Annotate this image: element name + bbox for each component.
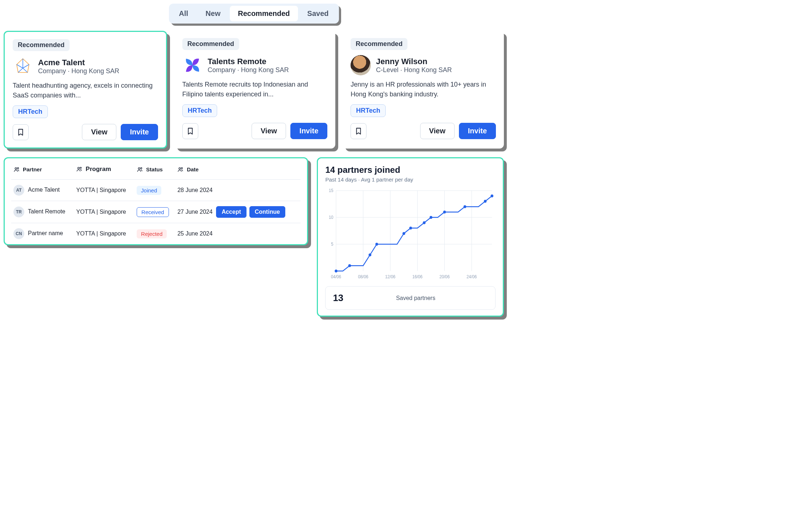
partner-description: Talents Remote recruits top Indonesian a… (182, 80, 328, 99)
svg-text:12/06: 12/06 (385, 274, 395, 279)
svg-point-2 (15, 167, 17, 169)
svg-point-36 (443, 211, 446, 213)
partner-subtitle: C-Level · Hong Kong SAR (376, 66, 452, 74)
people-icon (13, 166, 20, 173)
svg-text:20/06: 20/06 (440, 274, 450, 279)
svg-point-3 (17, 167, 19, 169)
stat-value: 13 (333, 292, 343, 304)
partner-card: Recommended Acme Talent Company · Hong K… (4, 31, 167, 149)
svg-text:08/06: 08/06 (358, 274, 368, 279)
svg-point-33 (409, 227, 412, 230)
svg-text:16/06: 16/06 (413, 274, 423, 279)
category-tag[interactable]: HRTech (13, 105, 48, 118)
tab-new[interactable]: New (198, 6, 228, 21)
partners-chart-card: 14 partners joined Past 14 days · Avg 1 … (317, 157, 504, 317)
partner-name: Talents Remote (208, 57, 289, 66)
view-button[interactable]: View (82, 124, 116, 140)
company-logo (13, 56, 33, 76)
svg-point-9 (181, 167, 183, 169)
table-row[interactable]: CNPartner nameYOTTA | SingaporeRejected2… (11, 223, 301, 245)
status-badge: Recommended (182, 38, 239, 50)
avatar (351, 55, 371, 75)
partner-card: Recommended Jenny Wilson C-Level · Hong … (343, 31, 504, 149)
svg-point-8 (179, 167, 181, 169)
table-row[interactable]: ATAcme TalentYOTTA | SingaporeJoined28 J… (11, 180, 301, 201)
date-cell: 25 June 2024 (177, 230, 212, 237)
line-chart: 5101504/0608/0612/0616/0620/0624/06 (325, 187, 496, 281)
partner-description: Jenny is an HR professionals with 10+ ye… (351, 80, 496, 99)
stat-label: Saved partners (343, 295, 488, 301)
partner-initials: AT (13, 185, 24, 196)
table-row[interactable]: TRTalent RemoteYOTTA | SingaporeReceived… (11, 201, 301, 223)
svg-point-28 (335, 270, 338, 272)
status-chip: Joined (137, 186, 161, 195)
svg-point-5 (80, 167, 82, 168)
partner-subtitle: Company · Hong Kong SAR (208, 66, 289, 74)
accept-button[interactable]: Accept (216, 206, 246, 218)
tab-recommended[interactable]: Recommended (230, 6, 298, 21)
status-chip: Rejected (137, 229, 167, 238)
bookmark-icon (17, 128, 25, 136)
svg-point-35 (430, 216, 433, 219)
people-icon (137, 166, 143, 173)
svg-point-6 (138, 167, 140, 169)
col-status: Status (146, 166, 163, 172)
svg-point-29 (348, 264, 351, 267)
tab-all[interactable]: All (171, 6, 196, 21)
svg-point-38 (484, 200, 487, 203)
svg-text:10: 10 (329, 215, 334, 220)
svg-point-37 (464, 205, 467, 208)
saved-partners-stat: 13 Saved partners (325, 286, 496, 310)
partners-table-card: Partner Program Status Date ATAcme Talen… (4, 157, 308, 245)
partner-name-cell: Acme Talent (28, 187, 60, 193)
view-button[interactable]: View (252, 123, 286, 139)
partner-description: Talent headhunting agency, excels in con… (13, 81, 158, 100)
status-badge: Recommended (351, 38, 407, 50)
category-tag[interactable]: HRTech (351, 104, 386, 117)
chart-subtitle: Past 14 days · Avg 1 partner per day (325, 176, 496, 183)
svg-point-30 (369, 254, 372, 257)
bookmark-icon (355, 127, 362, 135)
svg-text:04/06: 04/06 (331, 274, 341, 279)
svg-text:24/06: 24/06 (467, 274, 477, 279)
view-button[interactable]: View (420, 123, 455, 139)
continue-button[interactable]: Continue (249, 206, 285, 218)
date-cell: 27 June 2024 (177, 209, 212, 215)
partner-initials: TR (13, 207, 24, 217)
svg-text:15: 15 (329, 188, 334, 193)
invite-button[interactable]: Invite (459, 123, 496, 139)
bookmark-button[interactable] (351, 123, 366, 139)
partner-card: Recommended Talents Remote Company · Hon… (174, 31, 336, 149)
invite-button[interactable]: Invite (290, 123, 327, 139)
svg-point-34 (423, 221, 426, 224)
tab-saved[interactable]: Saved (299, 6, 337, 21)
program-cell: YOTTA | Singapore (74, 201, 134, 223)
invite-button[interactable]: Invite (121, 124, 158, 140)
svg-point-32 (403, 232, 406, 235)
svg-point-39 (491, 195, 494, 197)
program-cell: YOTTA | Singapore (74, 223, 134, 245)
chart-title: 14 partners joined (325, 165, 496, 175)
status-badge: Recommended (13, 39, 70, 51)
col-date: Date (187, 166, 199, 172)
col-partner: Partner (23, 166, 42, 172)
svg-point-4 (78, 167, 80, 169)
people-icon (76, 166, 83, 172)
bookmark-icon (186, 127, 194, 135)
partner-name-cell: Talent Remote (28, 208, 65, 214)
date-cell: 28 June 2024 (177, 187, 212, 193)
svg-point-7 (141, 167, 142, 169)
partner-subtitle: Company · Hong Kong SAR (38, 67, 119, 75)
company-logo (182, 55, 203, 75)
program-cell: YOTTA | Singapore (74, 180, 134, 201)
partner-name: Acme Talent (38, 58, 119, 67)
bookmark-button[interactable] (182, 123, 198, 139)
bookmark-button[interactable] (13, 124, 29, 140)
svg-point-31 (376, 243, 378, 246)
partner-name-cell: Partner name (28, 230, 63, 236)
partner-name: Jenny Wilson (376, 57, 452, 66)
status-chip: Received (137, 207, 169, 217)
partners-table: Partner Program Status Date ATAcme Talen… (11, 160, 301, 244)
partner-initials: CN (13, 228, 24, 239)
category-tag[interactable]: HRTech (182, 104, 218, 117)
